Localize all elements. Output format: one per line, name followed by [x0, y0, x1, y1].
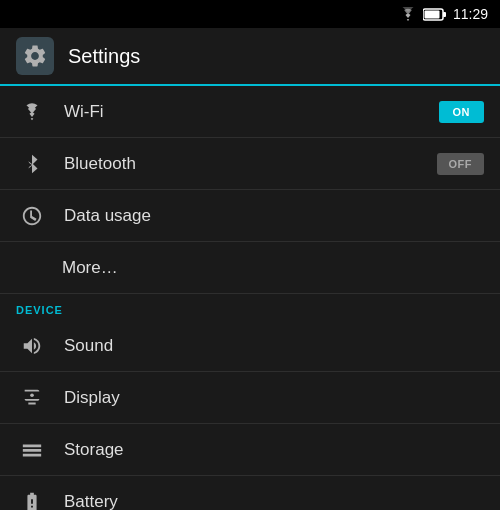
device-section-header: DEVICE — [0, 294, 500, 320]
battery-status-icon — [423, 8, 447, 21]
settings-item-more[interactable]: More… — [0, 242, 500, 294]
svg-rect-1 — [443, 12, 446, 17]
settings-item-sound[interactable]: Sound — [0, 320, 500, 372]
battery-label: Battery — [64, 492, 484, 511]
bluetooth-icon — [16, 148, 48, 180]
storage-label: Storage — [64, 440, 484, 460]
settings-list: Wi-Fi ON Bluetooth OFF Data usage More… … — [0, 86, 500, 510]
app-title: Settings — [68, 45, 140, 68]
display-icon — [16, 382, 48, 414]
svg-rect-2 — [424, 10, 439, 18]
svg-point-3 — [30, 393, 34, 397]
data-usage-icon — [16, 200, 48, 232]
more-label: More… — [62, 258, 484, 278]
storage-icon — [16, 434, 48, 466]
battery-icon — [16, 486, 48, 511]
settings-item-bluetooth[interactable]: Bluetooth OFF — [0, 138, 500, 190]
bluetooth-toggle[interactable]: OFF — [437, 153, 485, 175]
sound-label: Sound — [64, 336, 484, 356]
status-bar: 11:29 — [0, 0, 500, 28]
display-label: Display — [64, 388, 484, 408]
wifi-label: Wi-Fi — [64, 102, 439, 122]
settings-item-data-usage[interactable]: Data usage — [0, 190, 500, 242]
wifi-status-icon — [399, 7, 417, 21]
settings-item-wifi[interactable]: Wi-Fi ON — [0, 86, 500, 138]
clock: 11:29 — [453, 6, 488, 22]
sound-icon — [16, 330, 48, 362]
app-bar: Settings — [0, 28, 500, 86]
wifi-toggle[interactable]: ON — [439, 101, 485, 123]
settings-item-display[interactable]: Display — [0, 372, 500, 424]
data-usage-label: Data usage — [64, 206, 484, 226]
settings-app-icon — [16, 37, 54, 75]
settings-item-battery[interactable]: Battery — [0, 476, 500, 510]
bluetooth-label: Bluetooth — [64, 154, 437, 174]
wifi-icon — [16, 96, 48, 128]
status-icons: 11:29 — [399, 6, 488, 22]
settings-item-storage[interactable]: Storage — [0, 424, 500, 476]
